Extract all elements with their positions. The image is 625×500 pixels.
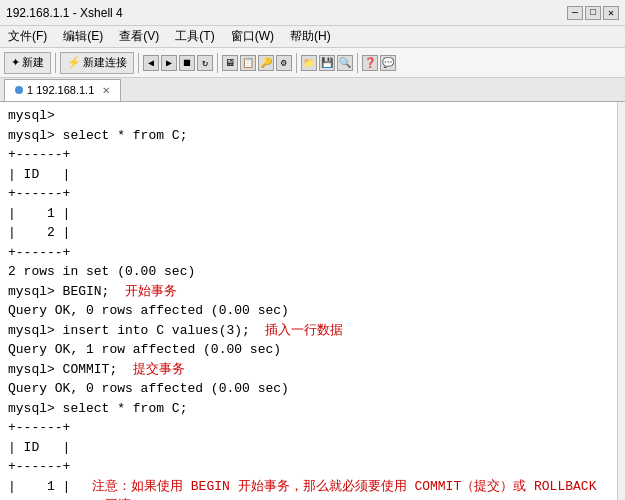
terminal-line: mysql>	[8, 106, 617, 126]
terminal-line: 2 rows in set (0.00 sec)	[8, 262, 617, 282]
new-icon: ✦	[11, 56, 20, 69]
toolbar-icon-3[interactable]: ⏹	[179, 55, 195, 71]
terminal-line: | 2 |	[8, 223, 617, 243]
window-controls: — □ ✕	[567, 6, 619, 20]
suffix-text: 插入一行数据	[250, 321, 344, 341]
toolbar: ✦ 新建 ⚡ 新建连接 ◀ ▶ ⏹ ↻ 🖥 📋 🔑 ⚙ 📁 💾 🔍 ❓ 💬	[0, 48, 625, 78]
toolbar-icon-6[interactable]: 📋	[240, 55, 256, 71]
toolbar-icon-10[interactable]: 💾	[319, 55, 335, 71]
toolbar-icon-12[interactable]: ❓	[362, 55, 378, 71]
terminal-line: +------+	[8, 457, 617, 477]
terminal-line: +------+	[8, 145, 617, 165]
terminal-line: Query OK, 1 row affected (0.00 sec)	[8, 340, 617, 360]
connect-button[interactable]: ⚡ 新建连接	[60, 52, 134, 74]
title-bar: 192.168.1.1 - Xshell 4 — □ ✕	[0, 0, 625, 26]
terminal-output[interactable]: mysql>mysql> select * from C;+------+| I…	[0, 102, 625, 500]
new-button[interactable]: ✦ 新建	[4, 52, 51, 74]
toolbar-separator	[55, 53, 56, 73]
terminal-line: mysql> insert into C values(3); 插入一行数据	[8, 321, 617, 341]
menu-view[interactable]: 查看(V)	[115, 27, 163, 46]
toolbar-icon-2[interactable]: ▶	[161, 55, 177, 71]
tab-close-button[interactable]: ✕	[102, 85, 110, 96]
terminal-line: mysql> select * from C;	[8, 399, 617, 419]
tab-label: 1 192.168.1.1	[27, 84, 94, 96]
terminal-line: | ID |	[8, 438, 617, 458]
note-text: 注意：如果使用 BEGIN 开始事务，那么就必须要使用 COMMIT（提交）或 …	[92, 477, 617, 501]
tab-bar: 1 192.168.1.1 ✕	[0, 78, 625, 102]
toolbar-icon-4[interactable]: ↻	[197, 55, 213, 71]
terminal-line: Query OK, 0 rows affected (0.00 sec)	[8, 379, 617, 399]
toolbar-separator-5	[357, 53, 358, 73]
terminal-line: | 1 |注意：如果使用 BEGIN 开始事务，那么就必须要使用 COMMIT（…	[8, 477, 617, 501]
tab-indicator	[15, 86, 23, 94]
terminal-line: | 1 |	[8, 204, 617, 224]
toolbar-icon-9[interactable]: 📁	[301, 55, 317, 71]
terminal-line: mysql> COMMIT; 提交事务	[8, 360, 617, 380]
scrollbar[interactable]	[617, 102, 625, 500]
menu-file[interactable]: 文件(F)	[4, 27, 51, 46]
toolbar-icon-8[interactable]: ⚙	[276, 55, 292, 71]
terminal-line: mysql> BEGIN; 开始事务	[8, 282, 617, 302]
terminal-line: +------+	[8, 418, 617, 438]
toolbar-icon-5[interactable]: 🖥	[222, 55, 238, 71]
toolbar-icon-1[interactable]: ◀	[143, 55, 159, 71]
terminal-line: | ID |	[8, 165, 617, 185]
terminal-line: Query OK, 0 rows affected (0.00 sec)	[8, 301, 617, 321]
toolbar-icon-13[interactable]: 💬	[380, 55, 396, 71]
terminal-line: +------+	[8, 243, 617, 263]
menu-bar: 文件(F) 编辑(E) 查看(V) 工具(T) 窗口(W) 帮助(H)	[0, 26, 625, 48]
toolbar-separator-2	[138, 53, 139, 73]
terminal-line: mysql> select * from C;	[8, 126, 617, 146]
session-tab[interactable]: 1 192.168.1.1 ✕	[4, 79, 121, 101]
toolbar-icon-11[interactable]: 🔍	[337, 55, 353, 71]
toolbar-separator-3	[217, 53, 218, 73]
menu-help[interactable]: 帮助(H)	[286, 27, 335, 46]
maximize-button[interactable]: □	[585, 6, 601, 20]
suffix-text: 开始事务	[109, 282, 177, 302]
toolbar-separator-4	[296, 53, 297, 73]
suffix-text: 提交事务	[117, 360, 185, 380]
close-button[interactable]: ✕	[603, 6, 619, 20]
title-text: 192.168.1.1 - Xshell 4	[6, 6, 123, 20]
menu-window[interactable]: 窗口(W)	[227, 27, 278, 46]
toolbar-icon-7[interactable]: 🔑	[258, 55, 274, 71]
minimize-button[interactable]: —	[567, 6, 583, 20]
connect-icon: ⚡	[67, 56, 81, 69]
terminal-line: +------+	[8, 184, 617, 204]
menu-edit[interactable]: 编辑(E)	[59, 27, 107, 46]
menu-tools[interactable]: 工具(T)	[171, 27, 218, 46]
